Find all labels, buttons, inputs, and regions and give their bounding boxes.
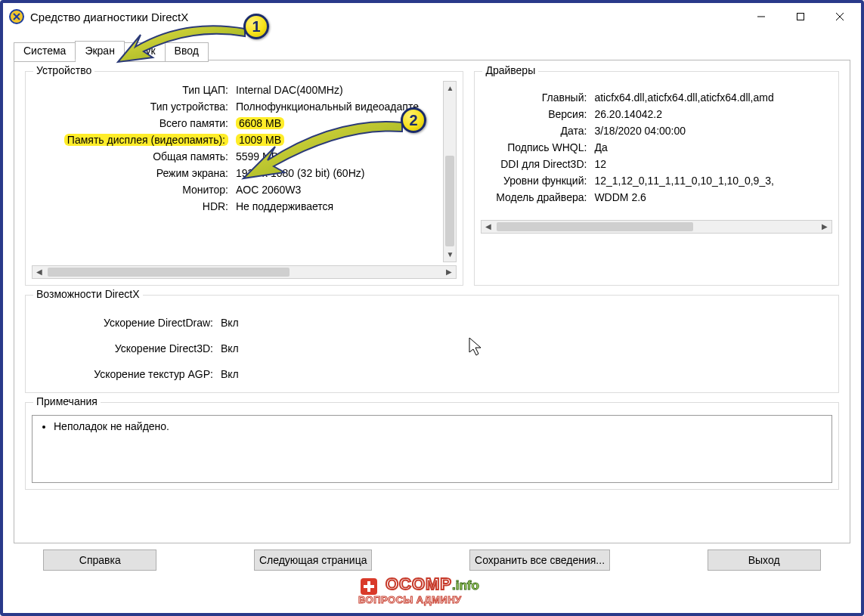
tab-panel: Устройство Тип ЦАП: Internal DAC(400MHz)…	[14, 60, 850, 543]
scroll-right-icon[interactable]: ▶	[442, 266, 456, 278]
next-page-button[interactable]: Следующая страница	[254, 549, 373, 571]
device-value-highlight: 6608 MB	[236, 117, 284, 129]
watermark: OCOMP.info ВОПРОСЫ АДМИНУ	[358, 574, 479, 605]
driver-value: 12	[594, 158, 832, 170]
driver-value: aticfx64.dll,aticfx64.dll,aticfx64.dll,a…	[594, 91, 832, 104]
exit-button[interactable]: Выход	[708, 549, 821, 571]
driver-label: Версия:	[481, 108, 587, 120]
device-horizontal-scrollbar[interactable]: ◀ ▶	[32, 265, 457, 279]
annotation-marker-1: 1	[243, 14, 269, 39]
tab-input[interactable]: Ввод	[165, 42, 209, 62]
dxcap-label: Ускорение DirectDraw:	[32, 317, 213, 329]
scroll-thumb[interactable]	[445, 156, 454, 246]
device-value: 1920 x 1080 (32 bit) (60Hz)	[236, 167, 438, 179]
group-device-legend: Устройство	[33, 64, 94, 76]
group-dxcap-legend: Возможности DirectX	[33, 288, 143, 300]
scroll-up-icon[interactable]: ▲	[444, 82, 456, 95]
device-label: Общая память:	[32, 150, 228, 163]
dxcap-value: Вкл	[221, 317, 832, 329]
svg-rect-5	[361, 578, 377, 595]
scroll-down-icon[interactable]: ▼	[444, 248, 456, 262]
device-label-vram: Память дисплея (видеопамять):	[32, 134, 228, 146]
watermark-text-1b: .info	[452, 578, 479, 593]
driver-label: Модель драйвера:	[481, 191, 587, 203]
driver-label: Подпись WHQL:	[481, 141, 587, 153]
drivers-horizontal-scrollbar[interactable]: ◀ ▶	[481, 220, 832, 234]
device-label: Тип устройства:	[32, 101, 228, 113]
device-label-highlight: Память дисплея (видеопамять):	[64, 134, 228, 146]
scroll-thumb[interactable]	[48, 268, 290, 277]
save-all-button[interactable]: Сохранить все сведения...	[469, 549, 610, 571]
device-value-highlight: 1009 MB	[236, 134, 284, 146]
notes-item: Неполадок не найдено.	[54, 420, 824, 432]
tab-system[interactable]: Система	[14, 42, 76, 62]
close-button[interactable]	[820, 5, 859, 29]
device-label: HDR:	[32, 200, 228, 212]
dxcap-label: Ускорение текстур AGP:	[32, 368, 213, 380]
app-icon	[9, 9, 24, 24]
group-device: Устройство Тип ЦАП: Internal DAC(400MHz)…	[25, 71, 463, 286]
device-value: AOC 2060W3	[236, 184, 438, 196]
scroll-left-icon[interactable]: ◀	[33, 266, 46, 278]
tab-strip: Система Экран Звук Ввод	[14, 41, 850, 60]
scroll-left-icon[interactable]: ◀	[482, 221, 495, 233]
driver-label: Главный:	[481, 91, 587, 104]
maximize-button[interactable]	[781, 5, 820, 29]
device-value-vram: 1009 MB	[236, 134, 438, 146]
device-label: Всего памяти:	[32, 117, 228, 129]
driver-value: 3/18/2020 04:00:00	[594, 125, 832, 137]
device-label: Режим экрана:	[32, 167, 228, 179]
help-button[interactable]: Справка	[43, 549, 156, 571]
window-title: Средство диагностики DirectX	[30, 11, 742, 23]
titlebar: Средство диагностики DirectX	[3, 3, 861, 30]
device-vertical-scrollbar[interactable]: ▲ ▼	[443, 81, 457, 262]
device-value: Не поддерживается	[236, 200, 438, 212]
device-label: Монитор:	[32, 184, 228, 196]
button-bar: Справка Следующая страница Сохранить все…	[14, 543, 850, 574]
scroll-right-icon[interactable]: ▶	[818, 221, 831, 233]
dxcap-label: Ускорение Direct3D:	[32, 342, 213, 354]
watermark-text-2: ВОПРОСЫ АДМИНУ	[358, 594, 479, 605]
annotation-marker-2: 2	[401, 107, 426, 133]
group-drivers: Драйверы Главный: aticfx64.dll,aticfx64.…	[474, 71, 839, 286]
dxcap-value: Вкл	[221, 368, 832, 380]
device-value: 5599 MB	[236, 150, 438, 163]
plus-icon	[358, 576, 379, 597]
driver-value: 12_1,12_0,11_1,11_0,10_1,10_0,9_3,	[594, 175, 832, 187]
device-label: Тип ЦАП:	[32, 84, 228, 96]
svg-rect-2	[797, 14, 804, 20]
group-notes: Примечания Неполадок не найдено.	[25, 402, 839, 490]
dxcap-value: Вкл	[221, 342, 832, 354]
scroll-thumb[interactable]	[497, 222, 693, 231]
driver-value: WDDM 2.6	[594, 191, 832, 203]
driver-label: DDI для Direct3D:	[481, 158, 587, 170]
driver-value: 26.20.14042.2	[594, 108, 832, 120]
watermark-text-1: OCOMP	[386, 574, 452, 593]
content-area: Система Экран Звук Ввод Устройство Тип Ц…	[3, 30, 861, 577]
tab-sound[interactable]: Звук	[124, 42, 166, 62]
minimize-button[interactable]	[742, 5, 781, 29]
group-notes-legend: Примечания	[33, 395, 101, 407]
driver-value: Да	[594, 141, 832, 153]
driver-label: Дата:	[481, 125, 587, 137]
device-value: Internal DAC(400MHz)	[236, 84, 438, 96]
group-drivers-legend: Драйверы	[482, 64, 538, 76]
tab-display[interactable]: Экран	[75, 41, 125, 60]
caption-buttons	[742, 5, 859, 29]
notes-textbox[interactable]: Неполадок не найдено.	[32, 415, 832, 483]
driver-label: Уровни функций:	[481, 175, 587, 187]
group-directx-caps: Возможности DirectX Ускорение DirectDraw…	[25, 295, 839, 393]
